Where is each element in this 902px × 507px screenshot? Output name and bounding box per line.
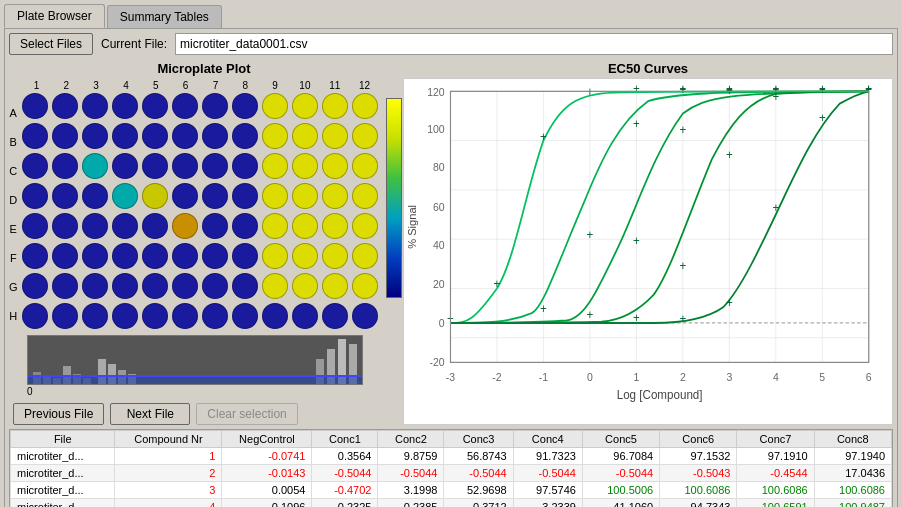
well[interactable] xyxy=(322,123,348,149)
well[interactable] xyxy=(22,153,48,179)
well[interactable] xyxy=(112,243,138,269)
well[interactable] xyxy=(22,183,48,209)
well[interactable] xyxy=(262,213,288,239)
well[interactable] xyxy=(82,183,108,209)
well[interactable] xyxy=(262,303,288,329)
well[interactable] xyxy=(232,213,258,239)
well[interactable] xyxy=(22,213,48,239)
table-row[interactable]: microtiter_d...30.0054-0.47023.199852.96… xyxy=(11,482,892,499)
well[interactable] xyxy=(172,213,198,239)
well[interactable] xyxy=(232,93,258,119)
well[interactable] xyxy=(352,93,378,119)
well[interactable] xyxy=(172,93,198,119)
well[interactable] xyxy=(172,243,198,269)
well[interactable] xyxy=(292,213,318,239)
well[interactable] xyxy=(352,123,378,149)
well[interactable] xyxy=(22,123,48,149)
well[interactable] xyxy=(322,273,348,299)
well[interactable] xyxy=(322,183,348,209)
well[interactable] xyxy=(22,303,48,329)
well[interactable] xyxy=(352,213,378,239)
well[interactable] xyxy=(322,243,348,269)
well[interactable] xyxy=(322,153,348,179)
well[interactable] xyxy=(22,243,48,269)
well[interactable] xyxy=(142,273,168,299)
well[interactable] xyxy=(172,123,198,149)
well[interactable] xyxy=(112,153,138,179)
well[interactable] xyxy=(52,183,78,209)
well[interactable] xyxy=(142,93,168,119)
well[interactable] xyxy=(142,213,168,239)
well[interactable] xyxy=(52,123,78,149)
well[interactable] xyxy=(172,273,198,299)
well[interactable] xyxy=(142,303,168,329)
previous-file-button[interactable]: Previous File xyxy=(13,403,104,425)
well[interactable] xyxy=(202,93,228,119)
well[interactable] xyxy=(202,123,228,149)
well[interactable] xyxy=(352,243,378,269)
well[interactable] xyxy=(172,153,198,179)
table-row[interactable]: microtiter_d...1-0.07410.35649.875956.87… xyxy=(11,448,892,465)
well[interactable] xyxy=(232,183,258,209)
well[interactable] xyxy=(52,273,78,299)
well[interactable] xyxy=(262,93,288,119)
well[interactable] xyxy=(322,303,348,329)
well[interactable] xyxy=(202,243,228,269)
well[interactable] xyxy=(352,303,378,329)
well[interactable] xyxy=(22,273,48,299)
well[interactable] xyxy=(112,183,138,209)
well[interactable] xyxy=(262,153,288,179)
well[interactable] xyxy=(82,303,108,329)
clear-selection-button[interactable]: Clear selection xyxy=(196,403,297,425)
well[interactable] xyxy=(112,123,138,149)
tab-summary-tables[interactable]: Summary Tables xyxy=(107,5,222,28)
well[interactable] xyxy=(142,153,168,179)
tab-plate-browser[interactable]: Plate Browser xyxy=(4,4,105,28)
well[interactable] xyxy=(292,243,318,269)
well[interactable] xyxy=(52,93,78,119)
well[interactable] xyxy=(202,213,228,239)
well[interactable] xyxy=(292,303,318,329)
well[interactable] xyxy=(232,153,258,179)
well[interactable] xyxy=(82,153,108,179)
well[interactable] xyxy=(172,303,198,329)
select-files-button[interactable]: Select Files xyxy=(9,33,93,55)
well[interactable] xyxy=(52,243,78,269)
well[interactable] xyxy=(292,123,318,149)
well[interactable] xyxy=(202,273,228,299)
well[interactable] xyxy=(232,243,258,269)
well[interactable] xyxy=(292,153,318,179)
well[interactable] xyxy=(232,303,258,329)
well[interactable] xyxy=(202,153,228,179)
well[interactable] xyxy=(112,303,138,329)
well[interactable] xyxy=(172,183,198,209)
well[interactable] xyxy=(82,213,108,239)
well[interactable] xyxy=(262,123,288,149)
well[interactable] xyxy=(232,123,258,149)
well[interactable] xyxy=(352,153,378,179)
well[interactable] xyxy=(82,123,108,149)
well[interactable] xyxy=(292,93,318,119)
next-file-button[interactable]: Next File xyxy=(110,403,190,425)
well[interactable] xyxy=(292,183,318,209)
well[interactable] xyxy=(22,93,48,119)
well[interactable] xyxy=(232,273,258,299)
well[interactable] xyxy=(112,273,138,299)
table-row[interactable]: microtiter_d...2-0.0143-0.5044-0.5044-0.… xyxy=(11,465,892,482)
well[interactable] xyxy=(352,273,378,299)
well[interactable] xyxy=(202,303,228,329)
well[interactable] xyxy=(262,183,288,209)
well[interactable] xyxy=(52,213,78,239)
well[interactable] xyxy=(82,273,108,299)
well[interactable] xyxy=(142,183,168,209)
well[interactable] xyxy=(142,243,168,269)
current-file-input[interactable] xyxy=(175,33,893,55)
well[interactable] xyxy=(262,273,288,299)
well[interactable] xyxy=(52,303,78,329)
well[interactable] xyxy=(352,183,378,209)
well[interactable] xyxy=(82,243,108,269)
well[interactable] xyxy=(82,93,108,119)
table-row[interactable]: microtiter_d...40.10960.23250.23850.3712… xyxy=(11,499,892,508)
well[interactable] xyxy=(142,123,168,149)
well[interactable] xyxy=(52,153,78,179)
